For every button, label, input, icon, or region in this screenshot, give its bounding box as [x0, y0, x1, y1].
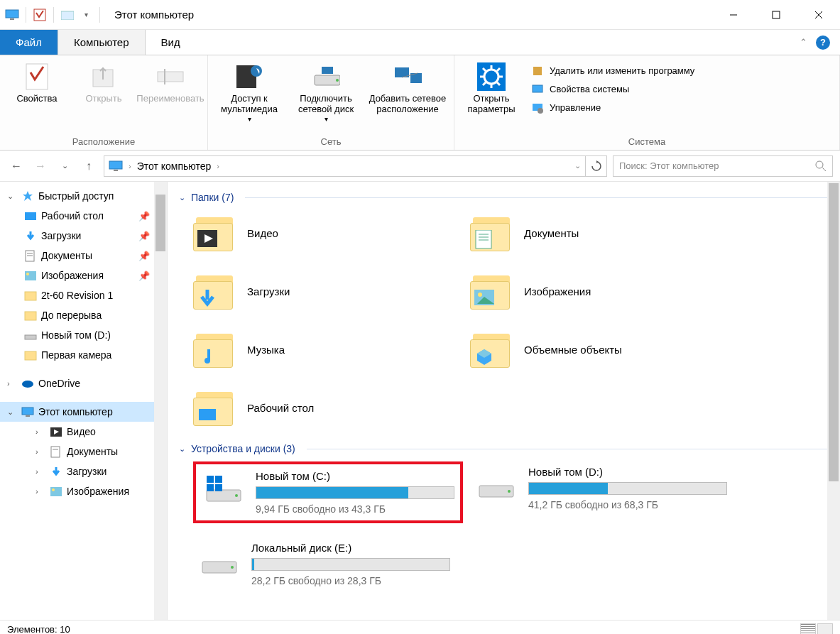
- item-icon: [24, 289, 37, 302]
- open-settings-button[interactable]: Открыть параметры: [462, 58, 521, 115]
- sidebar-this-pc[interactable]: ⌄ Этот компьютер: [0, 402, 167, 422]
- sidebar-item[interactable]: Загрузки📌: [0, 226, 167, 246]
- sidebar-item[interactable]: Первая камера: [0, 345, 167, 365]
- folder-name: Объемные объекты: [524, 344, 622, 356]
- drive-name: Новый том (D:): [528, 466, 736, 478]
- group-label-network: Сеть: [215, 135, 447, 148]
- breadcrumb[interactable]: Этот компьютер: [137, 160, 212, 172]
- sidebar-item-label: Документы: [67, 446, 118, 457]
- folder-item[interactable]: Музыка: [193, 327, 463, 372]
- address-bar[interactable]: › Этот компьютер › ⌄: [104, 155, 586, 177]
- tab-file[interactable]: Файл: [0, 30, 58, 55]
- up-button[interactable]: ↑: [80, 157, 98, 175]
- forward-button[interactable]: →: [31, 157, 50, 175]
- view-details-button[interactable]: [800, 623, 816, 635]
- tab-computer[interactable]: Компьютер: [58, 30, 146, 55]
- add-network-location-button[interactable]: Добавить сетевое расположение: [369, 58, 447, 115]
- sidebar-item-label: Рабочий стол: [41, 210, 104, 222]
- sidebar-item[interactable]: 2t-60 Revision 1: [0, 285, 167, 305]
- folder-item[interactable]: Загрузки: [193, 268, 463, 314]
- help-icon[interactable]: ?: [816, 35, 830, 50]
- close-button[interactable]: [797, 0, 840, 30]
- drive-item[interactable]: Новый том (C:)9,94 ГБ свободно из 43,3 Г…: [193, 461, 463, 523]
- sidebar-item[interactable]: ›Видео: [0, 422, 167, 442]
- minimize-button[interactable]: [712, 0, 755, 30]
- drive-usage-bar: [528, 482, 727, 495]
- group-header-drives[interactable]: ⌄ Устройства и диски (3): [179, 443, 829, 454]
- folder-name: Видео: [247, 227, 278, 239]
- sidebar-item[interactable]: ›Документы: [0, 442, 167, 461]
- chevron-down-icon[interactable]: ⌄: [7, 192, 17, 201]
- recent-dropdown-icon[interactable]: ⌄: [55, 157, 74, 175]
- item-icon: [24, 229, 37, 242]
- address-dropdown-icon[interactable]: ⌄: [574, 161, 581, 170]
- sidebar-scrollbar[interactable]: [154, 182, 167, 620]
- chevron-right-icon[interactable]: ›: [129, 162, 131, 170]
- svg-rect-43: [25, 271, 36, 280]
- drive-info: 41,2 ГБ свободно из 68,3 ГБ: [528, 499, 736, 510]
- chevron-right-icon[interactable]: ›: [7, 379, 17, 388]
- sidebar-item-label: Видео: [67, 426, 96, 437]
- sidebar-item[interactable]: Рабочий стол📌: [0, 206, 167, 226]
- tab-view[interactable]: Вид: [146, 30, 196, 55]
- svg-rect-50: [22, 408, 33, 415]
- folder-item[interactable]: Изображения: [470, 268, 740, 314]
- svg-point-65: [478, 293, 482, 297]
- chevron-right-icon[interactable]: ›: [36, 487, 45, 496]
- folder-item[interactable]: Видео: [193, 210, 463, 256]
- ribbon: Свойства Открыть Переименовать Расположе…: [0, 55, 840, 151]
- properties-qat-icon[interactable]: [32, 7, 48, 23]
- sidebar-item-label: 2t-60 Revision 1: [41, 290, 113, 301]
- media-access-button[interactable]: Доступ к мультимедиа ▾: [215, 58, 283, 123]
- collapse-ribbon-icon[interactable]: ⌃: [800, 37, 807, 48]
- svg-rect-72: [207, 476, 214, 483]
- folder-name: Рабочий стол: [247, 402, 314, 414]
- group-header-folders[interactable]: ⌄ Папки (7): [179, 192, 829, 203]
- group-label-system: Система: [462, 135, 832, 148]
- open-button[interactable]: Открыть: [74, 58, 133, 104]
- folder-qat-icon[interactable]: [60, 7, 75, 23]
- maximize-button[interactable]: [755, 0, 797, 30]
- drive-item[interactable]: Новый том (D:)41,2 ГБ свободно из 68,3 Г…: [470, 461, 740, 523]
- folder-item[interactable]: Объемные объекты: [470, 327, 740, 372]
- chevron-right-icon[interactable]: ›: [36, 467, 45, 476]
- sidebar-item[interactable]: ›Изображения: [0, 481, 167, 501]
- sidebar-item-label: Быстрый доступ: [38, 190, 114, 202]
- sidebar-quick-access[interactable]: ⌄ Быстрый доступ: [0, 186, 167, 206]
- content-scrollbar[interactable]: [827, 182, 840, 620]
- map-drive-button[interactable]: Подключить сетевой диск ▾: [290, 58, 361, 123]
- chevron-right-icon[interactable]: ›: [36, 447, 45, 456]
- sidebar-item[interactable]: До перерыва: [0, 305, 167, 325]
- chevron-right-icon[interactable]: ›: [36, 427, 45, 436]
- titlebar: ▾ Этот компьютер: [0, 0, 840, 30]
- qat-dropdown-icon[interactable]: ▾: [78, 7, 94, 23]
- folder-icon: [193, 331, 237, 368]
- chevron-right-icon[interactable]: ›: [217, 162, 219, 170]
- chevron-down-icon[interactable]: ⌄: [7, 408, 17, 417]
- sidebar-onedrive[interactable]: › OneDrive: [0, 373, 167, 393]
- properties-button[interactable]: Свойства: [7, 58, 67, 104]
- back-button[interactable]: ←: [7, 157, 26, 175]
- sidebar-item[interactable]: Документы📌: [0, 246, 167, 266]
- svg-rect-16: [322, 67, 333, 74]
- sidebar-item-label: Новый том (D:): [41, 329, 111, 341]
- drive-item[interactable]: Локальный диск (E:)28,2 ГБ свободно из 2…: [193, 537, 463, 591]
- view-icons-button[interactable]: [817, 623, 833, 635]
- svg-rect-46: [25, 312, 36, 320]
- svg-rect-10: [158, 72, 183, 82]
- refresh-button[interactable]: [586, 155, 607, 177]
- folder-item[interactable]: Рабочий стол: [193, 385, 463, 430]
- manage-button[interactable]: Управление: [528, 99, 697, 116]
- rename-button[interactable]: Переименовать: [141, 58, 200, 104]
- search-input[interactable]: Поиск: Этот компьютер: [613, 155, 833, 177]
- svg-rect-51: [26, 415, 30, 417]
- system-properties-button[interactable]: Свойства системы: [528, 81, 697, 98]
- uninstall-program-button[interactable]: Удалить или изменить программу: [528, 62, 697, 80]
- sidebar-item[interactable]: Изображения📌: [0, 266, 167, 285]
- svg-rect-1: [10, 18, 14, 20]
- folder-item[interactable]: Документы: [470, 210, 740, 256]
- sidebar-item[interactable]: Новый том (D:): [0, 325, 167, 345]
- navbar: ← → ⌄ ↑ › Этот компьютер › ⌄ Поиск: Этот…: [0, 151, 840, 182]
- search-icon: [815, 160, 827, 172]
- sidebar-item[interactable]: ›Загрузки: [0, 461, 167, 481]
